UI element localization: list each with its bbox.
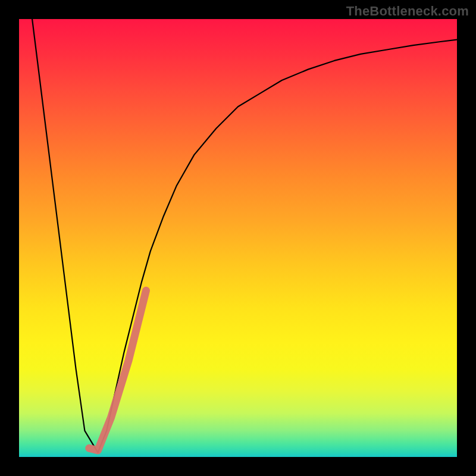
plot-area bbox=[19, 19, 457, 457]
bottleneck-curve bbox=[32, 19, 457, 453]
chart-frame: TheBottleneck.com bbox=[0, 0, 476, 476]
curve-layer bbox=[19, 19, 457, 457]
highlight-overlay bbox=[89, 290, 146, 450]
watermark-text: TheBottleneck.com bbox=[346, 4, 469, 19]
